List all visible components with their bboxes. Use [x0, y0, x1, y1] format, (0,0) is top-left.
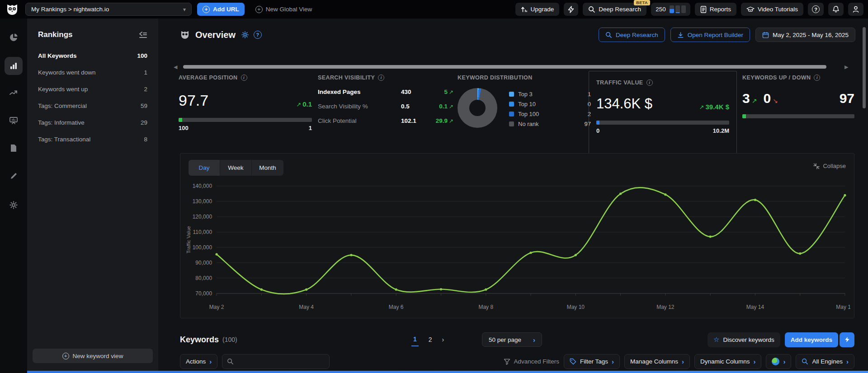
sidebar-item-tags-transactional[interactable]: Tags: Transactional 8 [27, 131, 158, 148]
open-report-builder-button[interactable]: Open Report Builder [670, 28, 750, 42]
collapse-chart-button[interactable]: Collapse [813, 163, 846, 169]
graduation-cap-icon [746, 6, 755, 13]
sidebar-item-keywords-went-up[interactable]: Keywords went up 2 [27, 81, 158, 98]
keywords-actions: ☆ Discover keywords Add keywords [708, 332, 854, 347]
calendar-icon [762, 32, 769, 38]
keywords-title: Keywords [180, 335, 219, 345]
tab-week[interactable]: Week [220, 160, 252, 176]
sidebar-item-tags-commercial[interactable]: Tags: Commercial 59 [27, 98, 158, 114]
traffic-value-card[interactable]: TRAFFIC VALUE i 134.6K $ ↗39.4K $ 0 10.2… [589, 71, 737, 158]
overview-help-icon[interactable]: ? [254, 31, 262, 39]
metric-value: 0.5 [401, 103, 428, 110]
project-selector[interactable]: My Rankings > nightwatch.io ▾ [25, 3, 192, 16]
sidebar-item-dashboard[interactable] [5, 28, 23, 47]
card-title: KEYWORDS UP / DOWN [742, 75, 811, 81]
keyword-distribution-card[interactable]: KEYWORD DISTRIBUTION Top 3 1 Top 10 [458, 75, 591, 154]
search-visibility-card[interactable]: SEARCH VISIBILITY i Indexed Pages 430 5↗… [318, 75, 453, 154]
traffic-value-bar [596, 121, 729, 125]
account-button[interactable] [848, 3, 863, 16]
help-button[interactable]: ? [808, 3, 824, 16]
project-selector-value: My Rankings > nightwatch.io [31, 6, 109, 13]
keyword-search-input[interactable] [237, 358, 325, 365]
legend-label: Top 100 [518, 111, 539, 117]
add-url-button[interactable]: + Add URL [197, 3, 245, 16]
metric-value: 102.1 [401, 117, 428, 124]
sidebar-item-site-analysis[interactable] [5, 84, 23, 102]
metric-change: 0.1 [439, 103, 448, 110]
average-position-card[interactable]: AVERAGE POSITION i 97.7 ↗0.1 100 1 [179, 75, 312, 154]
user-icon [852, 5, 859, 13]
sidebar-item-backlinks[interactable] [5, 112, 23, 130]
nightwatch-logo[interactable] [5, 2, 20, 17]
traffic-chart-svg: 70,00080,00090,000100,000110,000120,0001… [184, 180, 850, 314]
traffic-value-change: 39.4K $ [705, 103, 729, 111]
actions-button[interactable]: Actions › [180, 354, 217, 369]
page-2[interactable]: 2 [427, 333, 434, 346]
bulk-add-lightning-button[interactable] [840, 332, 854, 347]
sidebar-item-reports[interactable] [5, 139, 23, 157]
cards-scrollbar: ◀ ▶ [158, 64, 868, 70]
pagination: 1 2 › [411, 333, 444, 346]
credits-widget[interactable]: 250 [651, 3, 690, 16]
new-keyword-view-button[interactable]: + New keyword view [33, 349, 153, 363]
filter-tags-button[interactable]: Filter Tags › [564, 354, 620, 369]
info-icon[interactable]: i [378, 75, 384, 81]
discover-keywords-button[interactable]: ☆ Discover keywords [708, 332, 780, 347]
all-engines-button[interactable]: All Engines › [796, 354, 854, 369]
manage-columns-button[interactable]: Manage Columns › [624, 354, 690, 369]
scroll-right-icon[interactable]: ▶ [844, 64, 848, 70]
advanced-filters-button[interactable]: Advanced Filters [504, 358, 560, 365]
view-settings-gear-icon[interactable] [241, 31, 249, 39]
tab-day[interactable]: Day [189, 160, 220, 176]
svg-text:70,000: 70,000 [195, 290, 212, 297]
dynamic-columns-button[interactable]: Dynamic Columns › [694, 354, 762, 369]
deep-research-header-button[interactable]: Deep Research [599, 28, 665, 42]
upgrade-icon [521, 6, 528, 13]
sidebar-item-rankings[interactable] [5, 57, 23, 75]
per-page-select[interactable]: 50 per page › [482, 332, 542, 347]
keywords-up-down-card[interactable]: KEYWORDS UP / DOWN i 3 ↗ 0 ↘ 97 [742, 75, 854, 154]
add-keywords-label: Add keywords [791, 336, 832, 343]
reports-button[interactable]: Reports [695, 3, 736, 16]
scroll-left-icon[interactable]: ◀ [174, 64, 177, 70]
legend-swatch [509, 121, 514, 126]
sidebar-item-notes[interactable] [5, 167, 23, 185]
locale-selector-button[interactable]: › [766, 354, 791, 369]
info-icon[interactable]: i [241, 75, 247, 81]
svg-text:May 16: May 16 [836, 304, 850, 310]
chevron-right-icon: › [209, 358, 212, 365]
sidebar-item-all-keywords[interactable]: All Keywords 100 [27, 47, 158, 64]
info-icon[interactable]: i [814, 75, 820, 81]
add-keywords-button[interactable]: Add keywords [785, 332, 838, 347]
keyword-search[interactable] [222, 354, 330, 369]
horizontal-scrollbar[interactable] [27, 371, 868, 373]
svg-text:May 14: May 14 [746, 304, 764, 310]
metric-label: Search Visibility % [318, 103, 401, 110]
next-page-icon[interactable]: › [442, 336, 444, 343]
sidebar-item-settings[interactable] [5, 196, 23, 214]
new-global-view-button[interactable]: + New Global View [250, 3, 318, 16]
tab-month[interactable]: Month [252, 160, 283, 176]
vertical-scrollbar-thumb[interactable] [863, 27, 866, 108]
discover-keywords-label: Discover keywords [723, 336, 774, 343]
per-page-value: 50 per page [489, 336, 521, 343]
page-1[interactable]: 1 [411, 333, 419, 346]
cards-scrollbar-thumb[interactable] [183, 65, 826, 69]
sidebar-item-keywords-went-down[interactable]: Keywords went down 1 [27, 64, 158, 81]
upgrade-button[interactable]: Upgrade [515, 3, 560, 16]
search-icon [588, 6, 595, 13]
info-icon[interactable]: i [646, 79, 653, 86]
collapse-label: Collapse [823, 163, 846, 169]
date-range-picker[interactable]: May 2, 2025 - May 16, 2025 [755, 28, 855, 42]
traffic-chart[interactable]: 70,00080,00090,000100,000110,000120,0001… [184, 180, 850, 314]
legend-label: No rank [518, 121, 539, 127]
overview-header-actions: Deep Research Open Report Builder May 2,… [599, 28, 855, 42]
card-title: TRAFFIC VALUE [596, 79, 643, 86]
quick-actions-button[interactable] [564, 3, 578, 16]
collapse-sidebar-icon[interactable] [138, 31, 147, 38]
card-title: SEARCH VISIBILITY [318, 75, 375, 81]
video-tutorials-button[interactable]: Video Tutorials [741, 3, 803, 16]
sidebar-item-tags-informative[interactable]: Tags: Informative 29 [27, 114, 158, 131]
overview-header: Overview ? Deep Research [180, 27, 855, 43]
notifications-button[interactable] [828, 3, 844, 16]
